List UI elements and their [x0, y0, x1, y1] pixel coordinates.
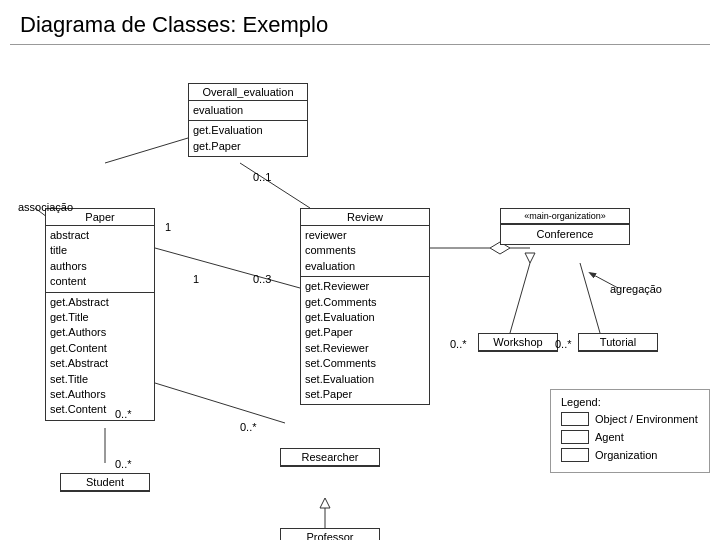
legend-box: Legend: Object / Environment Agent Organ…: [550, 389, 710, 473]
conference-header: Conference: [501, 224, 629, 244]
legend-label-object: Object / Environment: [595, 413, 698, 425]
overall-evaluation-attr: evaluation: [189, 101, 307, 121]
svg-marker-11: [320, 498, 330, 508]
conference-stereotype: «main-organization»: [501, 209, 629, 224]
svg-line-9: [155, 383, 285, 423]
overall-evaluation-methods: get.Evaluationget.Paper: [189, 121, 307, 156]
svg-line-0: [105, 138, 188, 163]
svg-line-1: [240, 163, 310, 208]
review-header: Review: [301, 209, 429, 226]
paper-box: Paper abstracttitleauthorscontent get.Ab…: [45, 208, 155, 421]
legend-label-organization: Organization: [595, 449, 657, 461]
paper-methods: get.Abstractget.Titleget.Authorsget.Cont…: [46, 293, 154, 420]
student-box: Student: [60, 473, 150, 492]
workshop-box: Workshop: [478, 333, 558, 352]
legend-label-agent: Agent: [595, 431, 624, 443]
mult-1b: 1: [193, 273, 199, 285]
svg-marker-7: [525, 253, 535, 263]
researcher-header: Researcher: [281, 449, 379, 466]
legend-title: Legend:: [561, 396, 699, 408]
legend-item-agent: Agent: [561, 430, 699, 444]
legend-item-organization: Organization: [561, 448, 699, 462]
mult-0-star-a: 0..*: [450, 338, 467, 350]
agregacao-label: agregação: [610, 283, 662, 295]
mult-0-3: 0..3: [253, 273, 271, 285]
professor-box: Professor: [280, 528, 380, 540]
review-attrs: reviewercommentsevaluation: [301, 226, 429, 277]
researcher-box: Researcher: [280, 448, 380, 467]
paper-attrs: abstracttitleauthorscontent: [46, 226, 154, 293]
professor-header: Professor: [281, 529, 379, 540]
page-title: Diagrama de Classes: Exemplo: [0, 0, 720, 44]
svg-line-6: [510, 263, 530, 333]
diagram-area: Overall_evaluation evaluation get.Evalua…: [0, 53, 720, 533]
overall-evaluation-box: Overall_evaluation evaluation get.Evalua…: [188, 83, 308, 157]
review-box: Review reviewercommentsevaluation get.Re…: [300, 208, 430, 405]
mult-0-star-res: 0..*: [240, 421, 257, 433]
mult-0-star-paper: 0..*: [115, 408, 132, 420]
legend-rect-agent: [561, 430, 589, 444]
review-methods: get.Reviewerget.Commentsget.Evaluationge…: [301, 277, 429, 404]
workshop-header: Workshop: [479, 334, 557, 351]
divider: [10, 44, 710, 45]
mult-0-star-c: 0..*: [115, 458, 132, 470]
mult-0-1: 0..1: [253, 171, 271, 183]
overall-evaluation-header: Overall_evaluation: [189, 84, 307, 101]
conference-box: «main-organization» Conference: [500, 208, 630, 245]
legend-rect-object: [561, 412, 589, 426]
mult-0-star-b: 0..*: [555, 338, 572, 350]
mult-1a: 1: [165, 221, 171, 233]
svg-line-2: [155, 248, 300, 288]
tutorial-header: Tutorial: [579, 334, 657, 351]
tutorial-box: Tutorial: [578, 333, 658, 352]
student-header: Student: [61, 474, 149, 491]
associacao-label: associação: [18, 201, 73, 213]
legend-rect-organization: [561, 448, 589, 462]
legend-item-object: Object / Environment: [561, 412, 699, 426]
svg-line-8: [580, 263, 600, 333]
